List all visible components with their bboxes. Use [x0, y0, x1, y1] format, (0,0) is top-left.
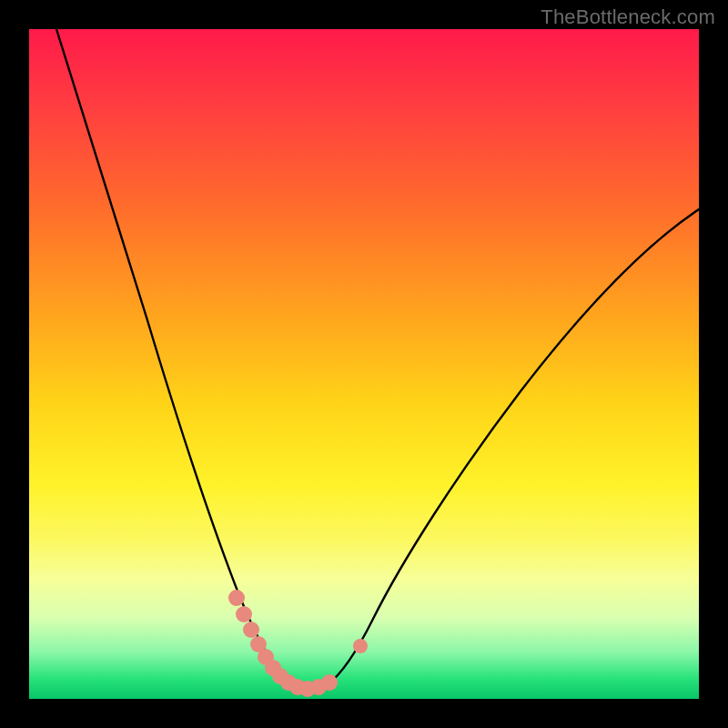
marker-dot: [321, 674, 338, 691]
chart-frame: TheBottleneck.com: [0, 0, 728, 728]
marker-dot: [236, 606, 252, 622]
bottleneck-curve: [56, 29, 699, 691]
chart-curve-svg: [29, 29, 699, 699]
watermark: TheBottleneck.com: [541, 5, 715, 29]
chart-plot-area: [29, 29, 699, 699]
valley-markers-group: [228, 590, 368, 697]
marker-dot: [353, 639, 368, 653]
marker-dot: [228, 590, 245, 606]
marker-dot: [243, 622, 259, 638]
